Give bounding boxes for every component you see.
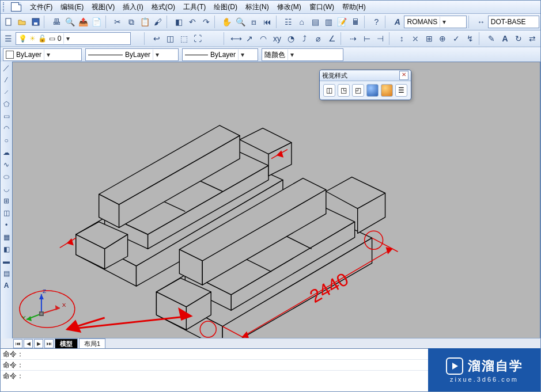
tab-first-icon[interactable]: ⏮ [13,339,22,348]
polygon-icon[interactable]: ⬠ [1,99,12,109]
ellipse-icon[interactable]: ⬭ [1,172,12,182]
tool-palette-icon[interactable]: ▤ [308,15,321,29]
layer-iso-icon[interactable]: ⬚ [177,32,191,45]
zoom-prev-icon[interactable]: ⏮ [260,15,274,29]
dim-quick-icon[interactable]: ⇢ [346,32,360,45]
properties-icon[interactable]: ☷ [282,15,295,29]
vs-manage-icon[interactable]: ☰ [395,84,407,97]
dim-ordinate-icon[interactable]: xy [270,32,284,45]
sheet-icon[interactable]: 📄 [90,15,103,29]
vs-2dwire-icon[interactable]: ◫ [323,84,335,97]
inspect-icon[interactable]: ✓ [449,32,463,45]
zoom-realtime-icon[interactable]: 🔍 [233,15,247,29]
make-block-icon[interactable]: ◫ [1,208,12,218]
tolerance-icon[interactable]: ⊞ [422,32,436,45]
dim-update-icon[interactable]: ↻ [512,32,525,45]
menu-insert[interactable]: 插入(I) [119,1,147,13]
cut-icon[interactable]: ✂ [111,15,124,29]
menu-window[interactable]: 窗口(W) [305,1,338,13]
line-icon[interactable]: ／ [1,63,12,73]
menu-grip[interactable] [3,2,7,12]
point-icon[interactable]: • [1,220,12,230]
text-style-combo[interactable]: ROMANS ▾ [404,16,467,28]
plot-preview-icon[interactable]: 🔍 [63,15,76,29]
color-combo[interactable]: ByLayer ▾ [3,48,82,61]
tab-model[interactable]: 模型 [55,338,78,349]
help-icon[interactable]: ? [370,15,383,29]
dimstyle-icon[interactable]: ↔ [474,15,487,29]
dim-angular-icon[interactable]: ∠ [325,32,339,45]
dim-style-combo[interactable]: DOT-BASE [488,16,540,28]
chevron-down-icon[interactable]: ▾ [44,50,52,60]
polyline-icon[interactable]: ⟋ [1,87,12,97]
publish-icon[interactable]: 📤 [77,15,90,29]
quickcalc-icon[interactable]: 🖩 [349,15,362,29]
menu-draw[interactable]: 绘图(D) [210,1,241,13]
dim-arc-icon[interactable]: ◠ [256,32,270,45]
ellipse-arc-icon[interactable]: ◡ [1,184,12,194]
table-icon[interactable]: ▤ [1,268,12,279]
menu-dim[interactable]: 标注(N) [241,1,273,13]
new-icon[interactable] [2,15,15,29]
block-editor-icon[interactable]: ◧ [172,15,186,29]
layer-manager-icon[interactable]: ☰ [2,32,16,45]
undo-icon[interactable]: ↶ [186,15,199,29]
tab-last-icon[interactable]: ⏭ [44,339,54,348]
pan-icon[interactable]: ✋ [220,15,233,29]
dim-edit-icon[interactable]: ✎ [485,32,498,45]
chevron-down-icon[interactable]: ▾ [153,50,161,60]
dim-jog-icon[interactable]: ⤴ [298,32,312,45]
lineweight-combo[interactable]: ByLayer ▾ [182,48,258,61]
layer-state-icon[interactable]: ◫ [164,32,177,45]
redo-icon[interactable]: ↷ [199,15,213,29]
dim-jog-line-icon[interactable]: ↯ [463,32,477,45]
vs-hidden-icon[interactable]: ◰ [352,84,364,97]
tab-layout1[interactable]: 布局1 [79,338,105,349]
open-icon[interactable] [15,15,28,29]
dim-aligned-icon[interactable]: ↗ [243,32,257,45]
menu-view[interactable]: 视图(V) [88,1,119,13]
copy-icon[interactable]: ⧉ [124,15,138,29]
chevron-down-icon[interactable]: ▾ [238,50,247,60]
center-mark-icon[interactable]: ⊕ [436,32,450,45]
dim-tedit-icon[interactable]: A [498,32,512,45]
dim-linear-icon[interactable]: ⟷ [229,32,243,45]
dim-continue-icon[interactable]: ⊣ [374,32,388,45]
chevron-down-icon[interactable]: ▾ [63,33,72,44]
gradient-icon[interactable]: ◧ [1,244,12,254]
tab-next-icon[interactable]: ▶ [34,339,43,348]
insert-block-icon[interactable]: ⊞ [1,196,12,206]
zoom-window-icon[interactable]: ⧈ [247,15,260,29]
dim-baseline-icon[interactable]: ⊢ [360,32,374,45]
menu-tools[interactable]: 工具(T) [179,1,210,13]
dim-space-icon[interactable]: ↕ [395,32,408,45]
circle-icon[interactable]: ○ [1,135,12,146]
menu-format[interactable]: 格式(O) [147,1,179,13]
textstyle-icon[interactable]: A [391,15,404,29]
layer-prev-icon[interactable]: ↩ [150,32,164,45]
spline-icon[interactable]: ∿ [1,159,12,170]
vs-conceptual-icon[interactable] [381,84,393,97]
print-icon[interactable]: 🖶 [50,15,63,29]
layer-combo[interactable]: 💡 ☀ 🔓 ▭ 0 ▾ [16,32,131,45]
dim-override-icon[interactable]: ⇄ [525,32,539,45]
menu-help[interactable]: 帮助(H) [338,1,370,13]
chevron-down-icon[interactable]: ▾ [440,17,448,27]
drawing-canvas[interactable]: 2440 X Y Z [12,62,540,338]
visual-styles-panel[interactable]: 视觉样式 ✕ ◫ ◳ ◰ ☰ [319,70,411,100]
sheet-set-icon[interactable]: ▥ [322,15,335,29]
rectangle-icon[interactable]: ▭ [1,111,12,121]
xline-icon[interactable]: ∕ [1,75,12,85]
menu-edit[interactable]: 编辑(E) [56,1,88,13]
arc-icon[interactable]: ◠ [1,123,12,134]
mtext-icon[interactable]: A [1,280,12,291]
region-icon[interactable]: ▬ [1,256,12,267]
revcloud-icon[interactable]: ☁ [1,147,12,158]
chevron-down-icon[interactable]: ▾ [287,50,296,60]
linetype-combo[interactable]: ByLayer ▾ [85,48,179,61]
match-prop-icon[interactable]: 🖌 [152,15,165,29]
dim-break-icon[interactable]: ⤫ [408,32,422,45]
dim-radius-icon[interactable]: ◔ [284,32,298,45]
menu-modify[interactable]: 修改(M) [273,1,305,13]
tab-prev-icon[interactable]: ◀ [24,339,33,348]
